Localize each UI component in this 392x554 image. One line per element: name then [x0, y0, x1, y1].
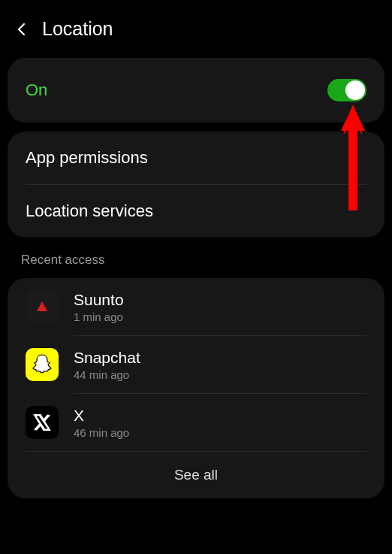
app-name: Suunto — [74, 291, 124, 309]
app-info: Snapchat 44 min ago — [74, 349, 140, 381]
location-toggle-card: On — [8, 58, 384, 123]
toggle-knob — [345, 80, 365, 100]
page-title: Location — [42, 18, 113, 40]
settings-card: App permissions Location services — [8, 132, 384, 238]
location-toggle-row[interactable]: On — [8, 58, 384, 123]
app-time: 46 min ago — [74, 426, 129, 439]
location-toggle-label: On — [26, 80, 47, 100]
app-time: 1 min ago — [74, 310, 124, 323]
snapchat-icon — [26, 348, 59, 381]
app-info: Suunto 1 min ago — [74, 291, 124, 323]
back-icon[interactable] — [15, 23, 29, 36]
app-name: Snapchat — [74, 349, 140, 367]
app-info: X 46 min ago — [74, 407, 129, 439]
location-services-item[interactable]: Location services — [8, 185, 384, 238]
header: Location — [0, 0, 392, 55]
recent-app-snapchat[interactable]: Snapchat 44 min ago — [8, 336, 384, 393]
app-name: X — [74, 407, 129, 425]
location-toggle-switch[interactable] — [327, 79, 366, 101]
app-permissions-item[interactable]: App permissions — [8, 132, 384, 184]
see-all-button[interactable]: See all — [8, 452, 384, 498]
recent-app-x[interactable]: X 46 min ago — [8, 394, 384, 451]
recent-access-card: Suunto 1 min ago Snapchat 44 min ago — [8, 278, 384, 498]
recent-access-label: Recent access — [0, 247, 392, 275]
x-icon — [26, 406, 59, 439]
suunto-icon — [26, 290, 59, 323]
app-time: 44 min ago — [74, 368, 140, 381]
recent-app-suunto[interactable]: Suunto 1 min ago — [8, 278, 384, 335]
